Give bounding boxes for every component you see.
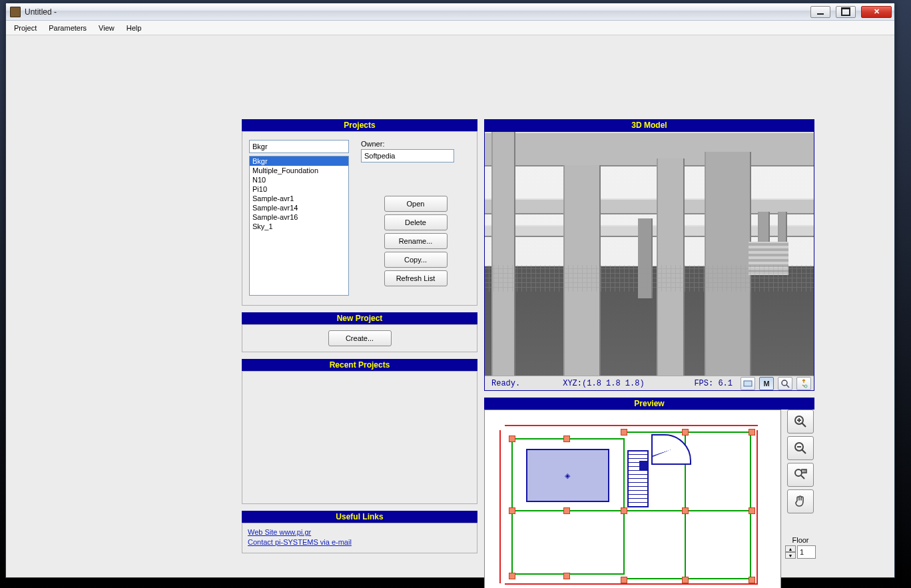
website-link[interactable]: Web Site www.pi.gr — [248, 527, 471, 537]
delete-button[interactable]: Delete — [384, 214, 448, 230]
model3d-header: 3D Model — [484, 119, 814, 131]
menu-parameters[interactable]: Parameters — [43, 23, 92, 33]
copy-button[interactable]: Copy... — [384, 252, 448, 268]
preview-section: Preview — [484, 398, 814, 588]
minimize-button[interactable] — [810, 6, 830, 18]
contact-link[interactable]: Contact pi-SYSTEMS via e-mail — [248, 537, 471, 547]
client-area: Projects Bkgr Multiple_Foundation N10 Pi… — [6, 35, 894, 577]
recent-projects-section: Recent Projects — [242, 359, 477, 504]
preview-header: Preview — [484, 398, 814, 410]
menubar: Project Parameters View Help — [6, 21, 894, 35]
list-item[interactable]: Sky_1 — [250, 222, 348, 231]
preview-canvas[interactable]: ◈ — [484, 410, 781, 588]
svg-line-5 — [802, 423, 806, 427]
floor-input[interactable] — [797, 545, 816, 559]
list-item[interactable]: N10 — [250, 175, 348, 184]
floor-down-button[interactable]: ▼ — [785, 552, 796, 559]
plan-anchor-icon: ◈ — [565, 471, 570, 480]
svg-point-1 — [782, 380, 787, 386]
new-project-header: New Project — [242, 312, 477, 324]
svg-point-3 — [804, 385, 807, 388]
viewport-tool-3-icon[interactable] — [778, 377, 792, 390]
menu-view[interactable]: View — [93, 23, 120, 33]
viewport-tool-1-icon[interactable] — [741, 377, 755, 390]
status-xyz: XYZ:(1.8 1.8 1.8) — [559, 379, 648, 388]
owner-input[interactable] — [361, 149, 454, 162]
svg-point-11 — [795, 469, 802, 476]
floor-up-button[interactable]: ▲ — [785, 545, 796, 552]
floor-label: Floor — [792, 536, 808, 544]
recent-projects-header: Recent Projects — [242, 359, 477, 371]
svg-line-9 — [802, 449, 806, 453]
useful-links-header: Useful Links — [242, 511, 477, 523]
list-item[interactable]: Sample-avr1 — [250, 194, 348, 203]
status-ready: Ready. — [487, 379, 524, 388]
zoom-out-button[interactable] — [787, 436, 814, 460]
zoom-in-button[interactable] — [787, 410, 814, 434]
list-item[interactable]: Sample-avr16 — [250, 212, 348, 222]
create-button[interactable]: Create... — [328, 330, 392, 346]
viewport-tool-mode-button[interactable]: M — [759, 377, 774, 390]
owner-label: Owner: — [361, 140, 470, 148]
plan-arrow-icon — [639, 461, 649, 470]
new-project-section: New Project Create... — [242, 312, 477, 352]
useful-links-section: Useful Links Web Site www.pi.gr Contact … — [242, 511, 477, 553]
recent-projects-body — [242, 371, 477, 504]
window-title: Untitled - — [25, 7, 805, 17]
projects-listbox[interactable]: Bkgr Multiple_Foundation N10 Pi10 Sample… — [249, 156, 349, 296]
list-item[interactable]: Pi10 — [250, 184, 348, 194]
pan-button[interactable] — [787, 489, 814, 513]
viewport-3d[interactable] — [485, 132, 814, 376]
titlebar: Untitled - — [6, 3, 894, 21]
svg-line-2 — [786, 385, 789, 388]
model3d-section: 3D Model — [484, 119, 814, 391]
refresh-list-button[interactable]: Refresh List — [384, 270, 448, 286]
list-item[interactable]: Bkgr — [250, 156, 348, 166]
projects-header: Projects — [242, 119, 477, 131]
zoom-window-button[interactable] — [787, 463, 814, 487]
app-icon — [10, 7, 21, 17]
close-button[interactable] — [861, 6, 892, 18]
viewport-tool-4-icon[interactable] — [796, 377, 811, 390]
svg-rect-0 — [744, 381, 752, 386]
viewport-statusbar: Ready. XYZ:(1.8 1.8 1.8) FPS: 6.1 M — [485, 376, 814, 390]
status-fps: FPS: 6.1 — [690, 379, 737, 388]
open-button[interactable]: Open — [384, 196, 448, 212]
preview-tools: Floor ▲ ▼ — [786, 410, 814, 588]
list-item[interactable]: Multiple_Foundation — [250, 166, 348, 175]
maximize-button[interactable] — [836, 6, 856, 18]
menu-help[interactable]: Help — [121, 23, 147, 33]
project-name-input[interactable] — [249, 140, 349, 153]
svg-line-12 — [801, 475, 804, 479]
projects-section: Projects Bkgr Multiple_Foundation N10 Pi… — [242, 119, 477, 306]
main-window: Untitled - Project Parameters View Help … — [5, 3, 895, 578]
menu-project[interactable]: Project — [9, 23, 42, 33]
list-item[interactable]: Sample-avr14 — [250, 203, 348, 212]
rename-button[interactable]: Rename... — [384, 233, 448, 249]
